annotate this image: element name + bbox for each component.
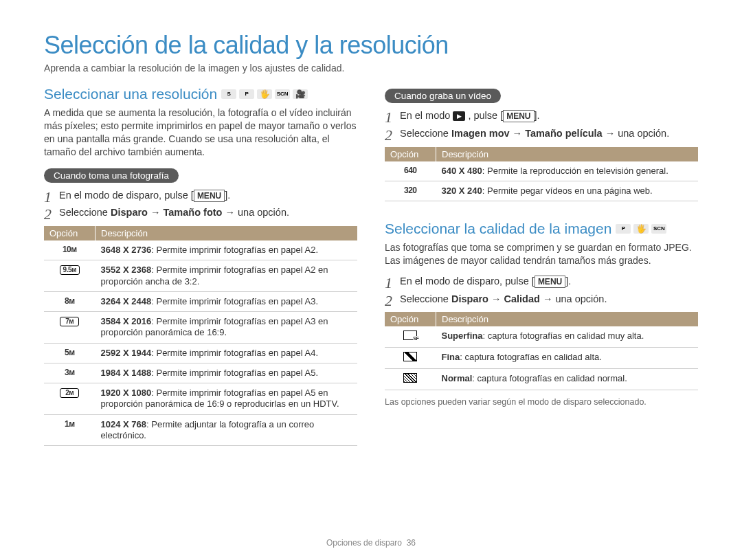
menu-button-label: MENU [194,190,225,202]
qstep2-a: Seleccione [400,293,451,304]
qstep2-b: una opción. [552,293,607,304]
res-text: : Permite imprimir fotografías en papel … [151,368,318,378]
res-icon-box: 9.5м [60,265,80,275]
mode-icons-resolution [221,89,308,99]
res-icon: 640 [385,161,436,181]
res-text: : Permite pegar vídeos en una página web… [482,186,653,196]
res-icon: 320 [385,181,436,201]
fine-icon [403,352,417,361]
res-value: 3552 X 2368 [101,265,152,275]
quality-desc: Normal: captura fotografías en calidad n… [436,369,699,390]
smart-mode-icon [221,89,236,99]
res-text: : Permite imprimir fotografías en papel … [151,245,318,255]
res-icon: 7м [44,312,95,344]
photo-step2-bold: Disparo → Tamaño foto → [111,207,235,218]
vstep2-bold: Imagen mov → Tamaño película → [451,128,615,139]
res-desc: 1024 X 768: Permite adjuntar la fotograf… [95,414,358,446]
table-row: Fina: captura fotografías en calidad alt… [385,348,698,369]
res-value: 1984 X 1488 [101,368,152,378]
res-value: 2592 X 1944 [101,348,152,358]
res-icon: 9.5м [44,260,95,292]
vstep2-b: una opción. [615,128,669,139]
photo-steps: En el modo de disparo, pulse [MENU]. Sel… [44,188,357,221]
scene-mode-icon [651,224,666,234]
pill-photo: Cuando toma una fotografía [44,168,179,183]
res-icon: 5м [44,343,95,363]
menu-button-label: MENU [503,110,534,122]
res-desc: 2592 X 1944: Permite imprimir fotografía… [95,343,358,363]
superfine-icon [403,331,417,340]
photo-step2-b: una opción. [235,207,289,218]
page-footer: Opciones de disparo 36 [0,538,742,548]
photo-th-option: Opción [44,226,95,240]
table-row: 2м 1920 X 1080: Permite imprimir fotogra… [44,383,357,415]
vstep1-c: ]. [535,110,540,121]
dual-is-mode-icon [257,89,272,99]
subhead-quality: Seleccionar la calidad de la imagen [385,221,698,237]
vstep2-a: Seleccione [400,128,451,139]
right-column: Cuando graba un vídeo En el modo ▶ , pul… [385,86,698,446]
left-column: Seleccionar una resolución A medida que … [44,86,357,446]
res-icon: 10м [44,240,95,260]
table-row: 9.5м 3552 X 2368: Permite imprimir fotog… [44,260,357,292]
res-text: : Permite imprimir fotografías en papel … [151,296,318,306]
quality-desc: Superfina: captura fotografías en calida… [436,326,699,348]
table-row: Normal: captura fotografías en calidad n… [385,369,698,390]
video-mode-icon [293,89,308,99]
res-desc: 640 X 480: Permite la reproducción en te… [436,161,699,181]
table-row: 7м 3584 X 2016: Permite imprimir fotogra… [44,312,357,344]
resolution-body: A medida que se aumenta la resolución, l… [44,107,357,159]
pill-video: Cuando graba un vídeo [385,89,501,103]
res-icon: 8м [44,291,95,311]
photo-step-2: Seleccione Disparo → Tamaño foto → una o… [44,205,357,221]
mode-icons-quality [616,224,666,234]
res-value: 320 X 240 [442,186,482,196]
video-step-2: Seleccione Imagen mov → Tamaño película … [385,126,698,142]
qstep1-b: ]. [565,276,571,287]
qstep2-bold: Disparo → Calidad → [451,293,552,304]
quality-table: Opción Descripción Superfina: captura fo… [385,312,698,390]
res-value: 640 X 480 [442,166,482,176]
table-row: 1м 1024 X 768: Permite adjuntar la fotog… [44,414,357,446]
table-row: 10м 3648 X 2736: Permite imprimir fotogr… [44,240,357,260]
quality-body: Las fotografías que toma se comprimen y … [385,241,698,267]
quality-steps: En el modo de disparo, pulse [MENU]. Sel… [385,274,698,307]
res-icon-box: 2м [60,388,79,398]
quality-text: : captura fotografías en calidad alta. [460,352,602,362]
quality-icon-cell [385,348,436,369]
normal-icon [403,373,417,383]
res-value: 1024 X 768 [101,419,147,429]
res-desc: 3552 X 2368: Permite imprimir fotografía… [95,260,358,292]
program-mode-icon [616,224,631,234]
subhead-resolution: Seleccionar una resolución [44,86,357,102]
table-row: 5м 2592 X 1944: Permite imprimir fotogra… [44,343,357,363]
photo-step-1: En el modo de disparo, pulse [MENU]. [44,188,357,203]
photo-step2-a: Seleccione [59,207,111,218]
res-text: : Permite imprimir fotografías en papel … [151,348,318,358]
quality-th-desc: Descripción [436,312,699,326]
res-desc: 3264 X 2448: Permite imprimir fotografía… [95,291,358,311]
photo-step1-b: ]. [225,190,230,201]
res-desc: 3584 X 2016: Permite imprimir fotografía… [95,312,358,344]
page-title: Selección de la calidad y la resolución [44,31,698,60]
vstep1-b: , pulse [ [465,110,503,121]
res-desc: 1984 X 1488: Permite imprimir fotografía… [95,363,358,383]
res-text: : Permite la reproducción en televisión … [482,166,668,176]
res-value: 3584 X 2016 [101,316,152,326]
video-steps: En el modo ▶ , pulse [MENU]. Seleccione … [385,109,698,142]
vstep1-a: En el modo [400,110,453,121]
quality-text: : captura fotografías en calidad normal. [472,373,627,383]
table-row: 640 640 X 480: Permite la reproducción e… [385,161,698,181]
table-row: Superfina: captura fotografías en calida… [385,326,698,348]
table-row: 3м 1984 X 1488: Permite imprimir fotogra… [44,363,357,383]
quality-text: : captura fotografías en calidad muy alt… [482,331,644,341]
page-intro: Aprenda a cambiar la resolución de la im… [44,63,698,74]
photo-step1-a: En el modo de disparo, pulse [ [59,190,194,201]
quality-step-2: Seleccione Disparo → Calidad → una opció… [385,292,698,307]
res-value: 1920 X 1080 [101,388,152,398]
page: Selección de la calidad y la resolución … [0,0,742,560]
video-mode-inline-icon: ▶ [453,111,465,121]
quality-desc: Fina: captura fotografías en calidad alt… [436,348,699,369]
menu-button-label: MENU [535,276,565,288]
quality-footnote: Las opciones pueden variar según el modo… [385,397,698,407]
